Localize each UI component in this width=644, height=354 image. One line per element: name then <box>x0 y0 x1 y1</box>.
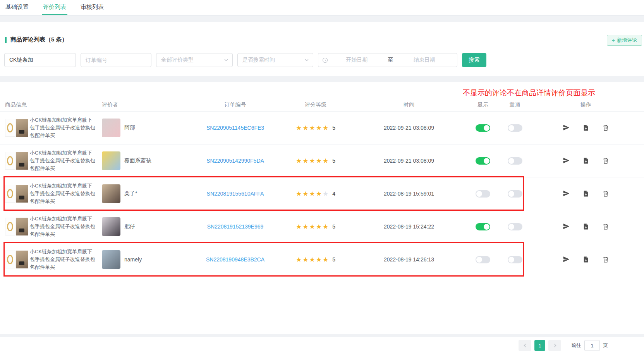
product-image-chain[interactable] <box>5 251 15 268</box>
reviewer-name: 覆面系蓝孩 <box>124 157 151 164</box>
show-toggle[interactable] <box>476 256 490 263</box>
col-header-rating: 评分等级 <box>277 101 354 108</box>
reviewer-avatar <box>102 119 120 137</box>
col-header-order: 订单编号 <box>194 101 277 108</box>
send-icon[interactable] <box>563 157 570 164</box>
top-cell <box>502 256 527 263</box>
send-icon[interactable] <box>563 256 570 263</box>
show-toggle[interactable] <box>476 124 490 132</box>
star-filled-icon: ★ <box>296 256 302 263</box>
show-toggle[interactable] <box>476 223 490 230</box>
product-thumbnails <box>5 218 28 235</box>
star-filled-icon: ★ <box>323 124 329 132</box>
product-image-chain[interactable] <box>5 119 15 137</box>
pin-top-toggle[interactable] <box>508 124 522 132</box>
product-image-chain[interactable] <box>5 185 15 203</box>
top-cell <box>502 124 527 132</box>
trash-icon[interactable] <box>602 157 609 164</box>
bag-shape <box>19 261 24 265</box>
show-cell <box>464 124 502 132</box>
current-page-button[interactable]: 1 <box>534 340 545 351</box>
product-image-bag[interactable] <box>16 119 28 137</box>
goto-page-input[interactable] <box>584 340 600 351</box>
product-image-bag[interactable] <box>16 218 28 235</box>
product-image-chain[interactable] <box>5 218 15 235</box>
send-icon[interactable] <box>563 124 570 131</box>
order-number-link[interactable]: SN220819152139E969 <box>207 223 264 230</box>
pin-top-toggle[interactable] <box>508 190 522 198</box>
tab-audit-list[interactable]: 审核列表 <box>79 0 105 15</box>
product-image-bag[interactable] <box>16 152 28 170</box>
rating-cell: ★★★★★ 5 <box>277 157 354 165</box>
toggle-knob <box>508 158 514 164</box>
review-type-select[interactable]: 全部评价类型 <box>156 53 233 67</box>
star-filled-icon: ★ <box>309 124 316 132</box>
order-cell: SN2209051145EC6FE3 <box>194 124 277 131</box>
actions-cell <box>527 223 644 230</box>
table-row: 小CK链条加粗加宽单肩腋下包手提包金属链子改造替换包包配件单买 栗子* SN22… <box>0 177 644 210</box>
order-cell: SN220819155610AFFA <box>194 190 277 197</box>
product-image-bag[interactable] <box>16 185 28 203</box>
search-time-select[interactable]: 是否搜索时间 <box>237 53 313 67</box>
file-add-icon[interactable] <box>582 223 589 230</box>
rating-value: 5 <box>332 125 335 131</box>
product-thumbnails <box>5 119 28 137</box>
show-cell <box>464 256 502 263</box>
bag-shape <box>19 229 24 232</box>
toggle-knob <box>508 257 514 263</box>
product-info-cell: 小CK链条加粗加宽单肩腋下包手提包金属链子改造替换包包配件单买 <box>0 182 97 205</box>
search-button[interactable]: 搜索 <box>462 53 486 67</box>
top-cell <box>502 223 527 230</box>
pagination-bar: 1 前往 页 <box>0 337 644 354</box>
pin-top-toggle[interactable] <box>508 157 522 165</box>
file-add-icon[interactable] <box>582 190 589 197</box>
pin-top-toggle[interactable] <box>508 223 522 230</box>
star-filled-icon: ★ <box>302 157 309 165</box>
reviewer-cell: 栗子* <box>97 184 194 203</box>
star-rating: ★★★★★ <box>296 256 329 264</box>
prev-page-button[interactable] <box>519 340 531 351</box>
show-cell <box>464 223 502 230</box>
order-no-input[interactable] <box>81 53 151 67</box>
order-number-link[interactable]: SN2209051145EC6FE3 <box>206 125 264 131</box>
add-comment-button[interactable]: + 新增评论 <box>607 35 642 46</box>
send-icon[interactable] <box>563 190 570 197</box>
order-number-link[interactable]: SN220905142990F5DA <box>206 158 264 164</box>
start-date-placeholder[interactable]: 开始日期 <box>328 57 386 64</box>
order-number-link[interactable]: SN220819155610AFFA <box>207 191 264 197</box>
show-toggle[interactable] <box>476 190 490 198</box>
actions-cell <box>527 157 644 164</box>
reviewer-name: 肥仔 <box>124 223 135 230</box>
toggle-knob <box>484 125 489 131</box>
trash-icon[interactable] <box>602 223 609 230</box>
keyword-input[interactable] <box>4 53 76 67</box>
col-header-reviewer: 评价者 <box>97 101 194 108</box>
search-time-value: 是否搜索时间 <box>242 57 275 64</box>
trash-icon[interactable] <box>602 256 609 263</box>
spacer-band <box>0 76 644 82</box>
star-filled-icon: ★ <box>309 157 316 165</box>
rating-cell: ★★★★★ 4 <box>277 190 354 198</box>
end-date-placeholder[interactable]: 结束日期 <box>396 57 453 64</box>
trash-icon[interactable] <box>602 190 609 197</box>
product-thumbnails <box>5 251 28 268</box>
product-image-chain[interactable] <box>5 152 15 170</box>
file-add-icon[interactable] <box>582 256 589 263</box>
date-range-picker[interactable]: 开始日期 至 结束日期 <box>318 53 457 67</box>
tab-review-list[interactable]: 评价列表 <box>42 0 67 15</box>
tab-basic-settings[interactable]: 基础设置 <box>4 0 30 15</box>
file-add-icon[interactable] <box>582 124 589 131</box>
product-title: 小CK链条加粗加宽单肩腋下包手提包金属链子改造替换包包配件单买 <box>30 149 96 172</box>
file-add-icon[interactable] <box>582 157 589 164</box>
show-toggle[interactable] <box>476 157 490 165</box>
table-row: 小CK链条加粗加宽单肩腋下包手提包金属链子改造替换包包配件单买 阿部 SN220… <box>0 111 644 144</box>
rating-value: 4 <box>332 191 335 197</box>
next-page-button[interactable] <box>548 340 561 351</box>
trash-icon[interactable] <box>602 124 609 131</box>
pin-top-toggle[interactable] <box>508 256 522 263</box>
product-image-bag[interactable] <box>16 251 28 268</box>
send-icon[interactable] <box>563 223 570 230</box>
chain-loop-shape <box>7 123 13 132</box>
order-number-link[interactable]: SN2208190948E3B2CA <box>206 256 264 263</box>
review-table-body: 小CK链条加粗加宽单肩腋下包手提包金属链子改造替换包包配件单买 阿部 SN220… <box>0 111 644 276</box>
